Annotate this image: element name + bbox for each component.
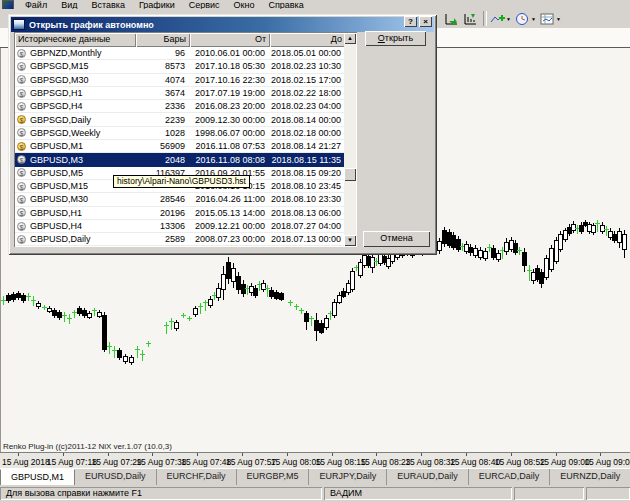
time-axis-tick [511, 453, 512, 456]
chart-tab[interactable]: EURCAD,Daily [469, 469, 551, 486]
status-cell-empty2 [586, 487, 630, 500]
bullish-candle [208, 299, 213, 306]
bars-cell: 56909 [136, 141, 190, 151]
bars-cell: 20196 [136, 208, 190, 218]
bearish-candle [102, 315, 107, 350]
green-tick-mark [187, 318, 192, 319]
time-axis-tick [108, 453, 109, 456]
indicators-dropdown-arrow[interactable]: ▼ [506, 17, 511, 22]
table-row[interactable]: $GBPSGD,Weekly10281998.06.07 00:002018.0… [15, 127, 356, 140]
menu-item[interactable]: Вставка [84, 0, 131, 9]
column-header-to[interactable]: До [270, 33, 346, 47]
green-tick-mark [489, 244, 490, 252]
toolbar-separator [483, 11, 487, 26]
green-tick-mark [595, 223, 600, 224]
green-tick-mark [26, 296, 31, 297]
bullish-candle [123, 356, 128, 362]
bullish-candle [324, 318, 329, 328]
from-cell: 2010.06.01 00:00 [190, 48, 270, 58]
table-row[interactable]: $GBPSGD,H423362016.08.23 20:002018.02.23… [15, 100, 356, 113]
chart-tab[interactable]: EURJPY,Daily [309, 469, 387, 486]
time-axis-tick [63, 453, 64, 456]
table-row[interactable]: $GBPUSD,M1569092016.11.08 07:532018.08.1… [15, 140, 356, 153]
to-cell: 2018.02.22 18:00 [270, 88, 346, 98]
green-tick-mark [517, 250, 522, 251]
chart-tab[interactable]: EURNZD,Daily [550, 469, 630, 486]
green-tick-mark [301, 308, 302, 314]
time-axis-label: 15 Aug 07:18 [47, 457, 97, 467]
scroll-thumb[interactable] [344, 168, 356, 181]
symbol-label: GBPSGD,Weekly [30, 128, 100, 138]
open-button[interactable]: Открыть [365, 31, 426, 46]
scroll-down-icon[interactable]: ▼ [344, 235, 356, 246]
menu-item[interactable]: Окно [227, 0, 262, 9]
green-tick-mark [247, 285, 248, 295]
table-row[interactable]: $GBPSGD,H136742017.07.19 19:002018.02.22… [15, 87, 356, 100]
time-axis-label: 15 Aug 08:23 [360, 457, 410, 467]
menu-item[interactable]: Вид [54, 0, 84, 9]
time-axis-label: 15 Aug 08:40 [450, 457, 500, 467]
time-axis-label: 15 Aug 09:00 [540, 457, 590, 467]
table-row[interactable]: $GBPSGD,M3040742017.10.16 22:302018.02.1… [15, 74, 356, 87]
green-tick-mark [376, 258, 377, 266]
time-axis-tick [197, 453, 198, 456]
to-cell: 2018.08.15 09:20 [270, 168, 346, 178]
table-row[interactable]: $GBPUSD,H1201962015.05.13 14:002018.08.1… [15, 207, 356, 220]
green-tick-mark [62, 315, 67, 316]
symbol-label: GBPUSD,H4 [30, 221, 82, 231]
status-user-name: ВАДИМ [324, 487, 512, 500]
bearish-candle [456, 239, 461, 250]
time-axis-tick [600, 453, 601, 456]
green-tick-mark [164, 325, 169, 326]
chart-tab[interactable]: EURAUD,Daily [387, 469, 469, 486]
periods-dropdown-arrow[interactable]: ▼ [531, 17, 536, 22]
dialog-title-text: Открыть график автономно [29, 20, 154, 30]
symbol-cell: $GBPSGD,M15 [15, 61, 136, 71]
history-list: Исторические данные Бары От До $GBPNZD,M… [14, 32, 357, 247]
time-axis-tick [376, 453, 377, 456]
symbol-cell: $GBPSGD,M30 [15, 75, 136, 85]
table-row[interactable]: $GBPUSD,H4133062009.12.21 00:002018.07.2… [15, 220, 356, 233]
menu-item[interactable]: Графики [132, 0, 182, 9]
green-tick-mark [137, 346, 138, 358]
bullish-candle [496, 253, 501, 260]
bars-cell: 28546 [136, 194, 190, 204]
table-row[interactable]: $GBPUSD,M320482016.11.08 08:082018.08.15… [15, 153, 356, 166]
chart-tab[interactable]: EURCHF,Daily [157, 469, 237, 486]
table-row[interactable]: $GBPSGD,M1585732017.10.18 05:302018.02.2… [15, 60, 356, 73]
dialog-help-button[interactable]: ? [404, 16, 417, 27]
chart-tab[interactable]: EURGBP,M5 [237, 469, 310, 486]
column-header-bars[interactable]: Бары [136, 33, 190, 47]
dialog-title-bar[interactable]: Открыть график автономно [11, 17, 434, 32]
list-scrollbar[interactable]: ▲ ▼ [344, 33, 356, 246]
open-button-accel: О [378, 33, 385, 43]
bars-cell: 2336 [136, 101, 190, 111]
menu-item[interactable]: Файл [18, 0, 54, 9]
chart-tab[interactable]: EURUSD,Daily [75, 469, 157, 486]
column-header-symbol[interactable]: Исторические данные [15, 33, 136, 47]
column-header-from[interactable]: От [190, 33, 270, 47]
green-tick-mark [140, 354, 145, 355]
table-row[interactable]: $GBPUSD,M30285462016.04.26 11:002018.08.… [15, 193, 356, 206]
chart-shift-icon[interactable] [462, 11, 481, 28]
from-cell: 2016.11.08 07:53 [190, 141, 270, 151]
dollar-coin-icon: $ [17, 89, 26, 98]
menu-item[interactable]: Сервис [182, 0, 227, 9]
table-row[interactable]: $GBPSGD,Daily22392009.12.30 00:002018.08… [15, 113, 356, 126]
time-axis[interactable]: 15 Aug 201815 Aug 07:1815 Aug 07:2915 Au… [0, 452, 630, 469]
scroll-up-icon[interactable]: ▲ [344, 33, 356, 44]
green-tick-mark [606, 226, 607, 236]
cancel-button[interactable]: Отмена [363, 231, 430, 247]
to-cell: 2018.08.10 23:45 [270, 181, 346, 191]
templates-dropdown-arrow[interactable]: ▼ [556, 17, 561, 22]
table-row[interactable]: $GBPNZD,Monthly962010.06.01 00:002018.05… [15, 47, 356, 60]
symbol-label: GBPSGD,M15 [30, 61, 89, 71]
chart-tab[interactable]: GBPUSD,M1 [0, 469, 75, 486]
dialog-close-button[interactable]: × [419, 16, 432, 27]
green-tick-mark [28, 293, 29, 301]
table-row[interactable]: $GBPUSD,Daily25892008.07.23 00:002018.07… [15, 233, 356, 246]
auto-scroll-icon[interactable] [443, 11, 462, 28]
green-tick-mark [502, 247, 503, 259]
menu-item[interactable]: Справка [261, 0, 310, 9]
open-offline-chart-dialog: Открыть график автономно ? × Открыть Отм… [8, 14, 437, 255]
